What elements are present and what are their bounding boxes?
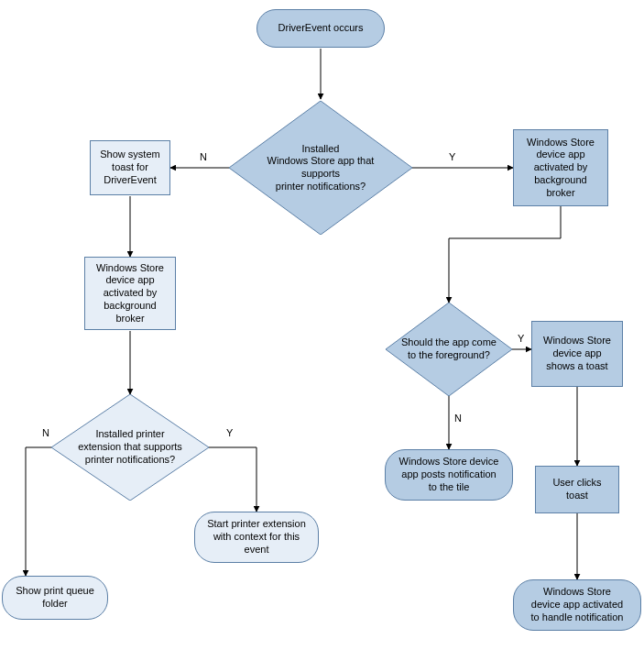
node-label: Show system toast for DriverEvent [100,149,159,186]
node-label: Should the app come to the foreground? [386,303,512,396]
node-label: Windows Store device app posts notificat… [399,456,499,493]
node-label: DriverEvent occurs [278,22,364,35]
node-label: User clicks toast [552,477,601,502]
process-app-activated-right: Windows Store device app activated by ba… [513,129,608,206]
node-label: Windows Store device app activated by ba… [527,137,595,200]
process-user-clicks-toast: User clicks toast [535,466,619,513]
edge-label-y: Y [518,333,524,344]
node-label: Installed printer extension that support… [51,394,209,501]
process-show-system-toast: Show system toast for DriverEvent [90,140,170,195]
edge-label-y: Y [449,151,455,162]
edge-label-n: N [200,151,207,162]
edge-label-y: Y [226,427,233,438]
process-shows-toast: Windows Store device app shows a toast [531,321,623,387]
terminator-start-extension: Start printer extension with context for… [194,512,319,563]
process-app-activated-left: Windows Store device app activated by ba… [84,257,176,330]
node-label: Installed Windows Store app that support… [229,101,412,235]
edge-label-n: N [454,413,462,424]
node-label: Windows Store device app activated to ha… [531,586,624,623]
terminator-show-print-queue: Show print queue folder [2,576,108,620]
node-label: Windows Store device app activated by ba… [96,262,164,325]
node-label: Start printer extension with context for… [207,518,306,556]
edge-label-n: N [42,427,49,438]
decision-foreground: Should the app come to the foreground? [386,303,512,396]
terminator-handle-notification: Windows Store device app activated to ha… [513,579,641,631]
decision-printer-extension: Installed printer extension that support… [51,394,209,501]
terminator-start: DriverEvent occurs [257,9,385,48]
decision-installed-app: Installed Windows Store app that support… [229,101,412,235]
node-label: Windows Store device app shows a toast [543,335,611,372]
terminator-posts-tile: Windows Store device app posts notificat… [385,449,513,501]
node-label: Show print queue folder [16,585,94,611]
